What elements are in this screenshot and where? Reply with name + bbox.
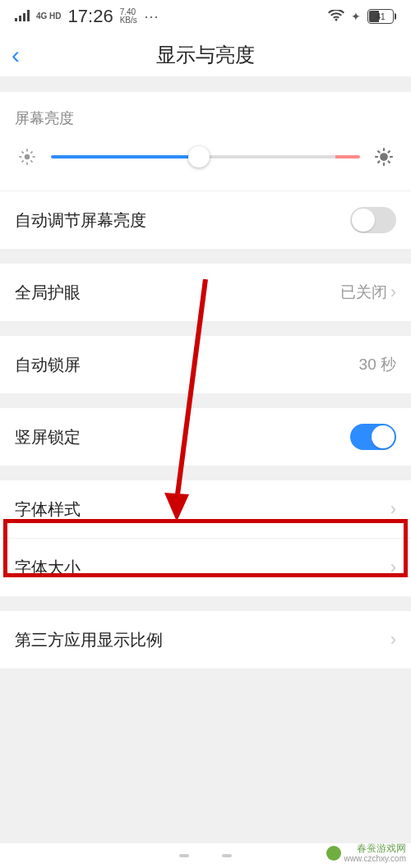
svg-line-11 (22, 160, 24, 162)
eye-protect-label: 全局护眼 (15, 282, 81, 304)
auto-brightness-toggle[interactable] (350, 207, 396, 233)
watermark-name: 春蚕游戏网 (344, 843, 406, 854)
row-font-size[interactable]: 字体大小 › (0, 539, 411, 596)
svg-line-12 (30, 152, 32, 154)
charging-icon: ✦ (351, 10, 361, 23)
row-third-party[interactable]: 第三方应用显示比例 › (0, 611, 411, 668)
chevron-right-icon: › (390, 557, 396, 578)
svg-rect-2 (23, 13, 25, 21)
portrait-lock-label: 竖屏锁定 (15, 426, 81, 448)
watermark: 春蚕游戏网 www.czchxy.com (326, 843, 406, 863)
chevron-right-icon: › (390, 629, 396, 650)
svg-line-20 (377, 161, 380, 163)
row-auto-lock[interactable]: 自动锁屏 30 秒 (0, 336, 411, 393)
svg-line-18 (377, 150, 380, 153)
font-size-label: 字体大小 (15, 557, 81, 579)
nav-indicator-icon (222, 854, 232, 857)
sun-large-icon (372, 145, 396, 169)
more-icon: ⋯ (144, 7, 159, 25)
brightness-section: 屏幕亮度 (0, 92, 411, 191)
auto-brightness-label: 自动调节屏幕亮度 (15, 209, 146, 232)
row-portrait-lock: 竖屏锁定 (0, 408, 411, 466)
svg-point-4 (25, 154, 30, 160)
clock-time: 17:26 (68, 6, 113, 27)
svg-rect-1 (19, 16, 21, 21)
chevron-right-icon: › (390, 498, 396, 520)
svg-line-19 (388, 161, 390, 163)
network-type: 4G HD (36, 12, 62, 21)
slider-thumb[interactable] (188, 146, 210, 168)
svg-line-9 (22, 152, 24, 154)
brightness-label: 屏幕亮度 (15, 108, 396, 128)
row-auto-brightness: 自动调节屏幕亮度 (0, 191, 411, 249)
svg-line-21 (388, 150, 390, 153)
chevron-right-icon: › (390, 282, 396, 303)
svg-rect-0 (15, 18, 17, 21)
svg-point-13 (380, 153, 388, 161)
nav-indicator-icon (179, 854, 189, 857)
signal-icon (15, 10, 30, 24)
row-font-style[interactable]: 字体样式 › (0, 480, 411, 538)
data-speed: 7.40 KB/s (120, 8, 137, 25)
back-button[interactable]: ‹ (12, 41, 20, 69)
brightness-slider[interactable] (15, 145, 396, 169)
portrait-lock-toggle[interactable] (350, 424, 396, 450)
status-bar: 4G HD 17:26 7.40 KB/s ⋯ ✦ 41 (0, 0, 411, 33)
auto-lock-label: 自动锁屏 (15, 354, 81, 376)
nav-header: ‹ 显示与亮度 (0, 33, 411, 77)
eye-protect-value: 已关闭 (340, 282, 387, 303)
third-party-label: 第三方应用显示比例 (15, 629, 163, 651)
svg-line-10 (30, 160, 32, 162)
auto-lock-value: 30 秒 (359, 354, 396, 375)
font-style-label: 字体样式 (15, 498, 81, 521)
battery-icon: 41 (367, 9, 396, 24)
svg-rect-3 (27, 10, 30, 21)
sun-small-icon (15, 145, 39, 169)
page-title: 显示与亮度 (0, 42, 411, 68)
wifi-icon (328, 10, 344, 24)
row-eye-protect[interactable]: 全局护眼 已关闭 › (0, 264, 411, 321)
watermark-logo-icon (326, 846, 341, 861)
watermark-url: www.czchxy.com (344, 854, 406, 863)
